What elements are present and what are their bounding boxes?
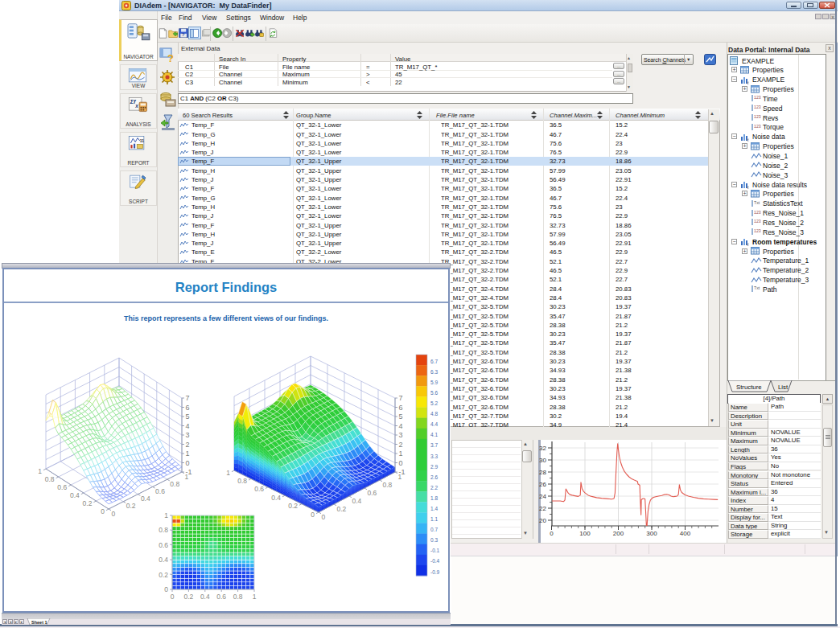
svg-text:0: 0 (311, 511, 315, 519)
svg-text:0.2: 0.2 (159, 571, 168, 579)
svg-text:1.4: 1.4 (430, 506, 438, 511)
svg-text:6.7: 6.7 (430, 359, 438, 364)
svg-text:-1: -1 (399, 468, 406, 476)
svg-text:0.4: 0.4 (159, 556, 168, 564)
svg-text:0.8: 0.8 (170, 480, 179, 488)
svg-text:0.6: 0.6 (368, 489, 377, 497)
svg-text:5.9: 5.9 (430, 380, 438, 385)
svg-text:3.3: 3.3 (430, 454, 438, 459)
svg-text:0.2: 0.2 (288, 502, 298, 510)
svg-text:5.2: 5.2 (430, 400, 438, 406)
svg-text:0: 0 (186, 459, 190, 467)
svg-text:1: 1 (226, 469, 230, 477)
svg-text:0.2: 0.2 (183, 593, 193, 601)
svg-text:6: 6 (399, 404, 403, 412)
svg-text:0.3: 0.3 (430, 537, 438, 543)
svg-text:1: 1 (164, 511, 168, 519)
svg-text:0: 0 (164, 585, 168, 593)
svg-text:0: 0 (112, 510, 116, 518)
svg-text:7: 7 (399, 394, 403, 402)
svg-text:1: 1 (38, 467, 42, 475)
svg-text:0.2: 0.2 (126, 502, 136, 510)
svg-text:0.6: 0.6 (159, 541, 168, 549)
svg-text:0.8: 0.8 (383, 481, 393, 489)
svg-text:Sheet 1: Sheet 1 (31, 620, 47, 625)
svg-text:3: 3 (399, 431, 403, 439)
svg-text:0.2: 0.2 (337, 505, 347, 513)
svg-text:7: 7 (186, 394, 190, 402)
svg-text:1.1: 1.1 (430, 516, 438, 522)
svg-text:0.6: 0.6 (155, 487, 165, 495)
svg-text:0.4: 0.4 (352, 497, 362, 505)
svg-text:-0.9: -0.9 (430, 569, 440, 575)
svg-text:-0.1: -0.1 (430, 548, 440, 553)
svg-text:4.4: 4.4 (430, 421, 438, 427)
svg-text:0: 0 (322, 513, 326, 521)
svg-text:4: 4 (186, 422, 190, 430)
svg-text:0.4: 0.4 (271, 494, 281, 502)
svg-text:0: 0 (171, 593, 175, 601)
svg-text:0.8: 0.8 (237, 477, 247, 485)
svg-text:-0.4: -0.4 (430, 558, 440, 564)
svg-text:0.4: 0.4 (200, 593, 210, 601)
svg-text:1.8: 1.8 (430, 495, 438, 501)
svg-text:0.6: 0.6 (57, 483, 67, 491)
svg-text:2: 2 (186, 441, 190, 449)
svg-text:2: 2 (399, 441, 403, 449)
svg-text:0.4: 0.4 (141, 495, 150, 503)
svg-text:6: 6 (186, 404, 190, 412)
svg-text:1: 1 (399, 449, 403, 458)
svg-text:1: 1 (186, 449, 190, 458)
svg-text:3: 3 (186, 431, 190, 439)
svg-text:0.8: 0.8 (233, 593, 243, 601)
svg-text:5.6: 5.6 (430, 390, 438, 396)
svg-text:0: 0 (101, 507, 105, 515)
svg-text:1: 1 (253, 593, 257, 601)
svg-text:5: 5 (399, 413, 403, 421)
svg-text:2.9: 2.9 (430, 464, 438, 470)
svg-text:0.6: 0.6 (254, 485, 264, 493)
svg-text:3.7: 3.7 (430, 442, 438, 448)
svg-text:0.8: 0.8 (45, 475, 55, 483)
svg-text:6.3: 6.3 (430, 369, 438, 375)
svg-text:2.6: 2.6 (430, 474, 438, 480)
svg-text:0.8: 0.8 (159, 526, 168, 534)
svg-text:0.2: 0.2 (83, 499, 93, 507)
svg-text:0: 0 (399, 459, 403, 467)
svg-text:4: 4 (399, 422, 403, 430)
svg-text:0.7: 0.7 (430, 527, 438, 532)
svg-text:-1: -1 (186, 468, 192, 476)
svg-text:0.4: 0.4 (70, 491, 80, 499)
svg-text:2.2: 2.2 (430, 485, 438, 490)
svg-text:5: 5 (186, 413, 190, 421)
svg-text:0.6: 0.6 (216, 593, 226, 601)
svg-text:4.8: 4.8 (430, 411, 438, 417)
svg-text:4.1: 4.1 (430, 432, 438, 437)
